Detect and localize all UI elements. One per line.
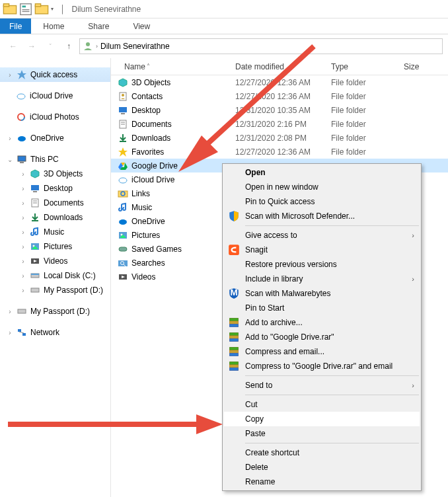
menu-item[interactable]: Rename <box>224 475 420 489</box>
menu-item[interactable]: Add to "Google Drive.rar" <box>224 330 420 344</box>
nav-forward-button[interactable]: → <box>24 38 40 54</box>
menu-item[interactable]: Create shortcut <box>224 445 420 460</box>
sidebar-pc-item[interactable]: ›Pictures <box>0 239 110 254</box>
sidebar-my-passport[interactable]: › My Passport (D:) <box>0 304 110 319</box>
quick-access-toolbar: ▾ <box>3 2 54 17</box>
tab-share[interactable]: Share <box>76 19 121 34</box>
file-date: 12/27/2020 12:36 AM <box>230 92 326 101</box>
svg-marker-16 <box>31 170 39 178</box>
menu-item[interactable]: Open in new window <box>224 180 420 194</box>
menu-item[interactable]: Send to› <box>224 378 420 393</box>
sidebar-onedrive[interactable]: › OneDrive <box>0 131 110 145</box>
tree-arrow-icon[interactable]: › <box>7 308 13 315</box>
sidebar-pc-item[interactable]: ›Downloads <box>0 210 110 225</box>
tree-arrow-icon[interactable]: › <box>20 200 26 207</box>
tree-arrow-icon[interactable]: › <box>7 329 13 336</box>
tree-arrow-icon[interactable]: › <box>20 287 26 294</box>
file-row[interactable]: Contacts12/27/2020 12:36 AMFile folder <box>111 89 448 103</box>
tree-arrow-icon[interactable]: › <box>20 243 26 250</box>
sidebar-icloud-photos[interactable]: iCloud Photos <box>0 110 110 124</box>
file-row[interactable]: Documents12/31/2020 2:16 PMFile folder <box>111 117 448 131</box>
menu-item-label: Open in new window <box>245 182 318 192</box>
svg-rect-7 <box>35 3 40 6</box>
file-name: Downloads <box>131 134 170 143</box>
tree-arrow-icon[interactable]: › <box>7 71 13 79</box>
svg-rect-5 <box>22 11 30 11</box>
menu-item[interactable]: MScan with Malwarebytes <box>224 286 420 301</box>
sidebar-quick-access[interactable]: › Quick access <box>0 67 110 82</box>
sidebar-network[interactable]: › Network <box>0 325 110 340</box>
menu-item[interactable]: Scan with Microsoft Defender... <box>224 209 420 223</box>
tree-arrow-icon[interactable]: › <box>20 272 26 280</box>
tree-arrow-icon[interactable]: › <box>7 135 13 142</box>
sidebar-pc-item[interactable]: ›Desktop <box>0 181 110 196</box>
menu-item[interactable]: Restore previous versions <box>224 257 420 272</box>
svg-rect-32 <box>18 329 21 332</box>
qat-file-explorer-icon[interactable] <box>3 2 17 17</box>
breadcrumb-current[interactable]: Dilum Senevirathne <box>100 42 170 51</box>
nav-recent-dropdown[interactable]: ˅ <box>42 38 58 54</box>
menu-item[interactable]: Delete <box>224 460 420 475</box>
qat-properties-icon[interactable] <box>19 2 33 17</box>
qat-new-folder-icon[interactable] <box>34 2 49 17</box>
nav-back-button[interactable]: ← <box>5 38 21 54</box>
tree-arrow-icon[interactable]: ⌄ <box>7 156 13 163</box>
sidebar-pc-item[interactable]: ›Local Disk (C:) <box>0 268 110 283</box>
file-icon <box>118 77 128 88</box>
file-row[interactable]: Favorites12/27/2020 12:36 AMFile folder <box>111 145 448 159</box>
sidebar-item-label: Pictures <box>44 242 72 251</box>
sidebar-pc-item[interactable]: ›My Passport (D:) <box>0 283 110 297</box>
svg-point-10 <box>17 94 25 99</box>
sidebar-item-label: Desktop <box>44 184 73 193</box>
menu-item-label: Create shortcut <box>245 448 299 457</box>
tab-home[interactable]: Home <box>31 19 76 34</box>
menu-item[interactable]: Pin to Quick access <box>224 194 420 209</box>
sidebar-this-pc[interactable]: ⌄ This PC <box>0 152 110 167</box>
sidebar-icloud-drive[interactable]: iCloud Drive <box>0 89 110 103</box>
menu-item[interactable]: Copy <box>224 412 420 426</box>
file-row[interactable]: 3D Objects12/27/2020 12:36 AMFile folder <box>111 75 448 89</box>
sidebar-pc-item[interactable]: ›Videos <box>0 254 110 268</box>
svg-marker-44 <box>118 147 128 157</box>
menu-item-label: Cut <box>245 400 258 409</box>
tree-arrow-icon[interactable]: › <box>20 258 26 265</box>
tab-view[interactable]: View <box>121 19 162 34</box>
column-type[interactable]: Type <box>326 62 398 71</box>
file-name: Music <box>131 203 152 212</box>
file-row[interactable]: Downloads12/31/2020 2:08 PMFile folder <box>111 131 448 145</box>
menu-item[interactable]: Compress and email... <box>224 344 420 359</box>
column-date[interactable]: Date modified <box>230 62 326 71</box>
menu-item[interactable]: Cut <box>224 397 420 412</box>
qat-dropdown-icon[interactable]: ▾ <box>51 6 54 12</box>
menu-item[interactable]: Give access to› <box>224 228 420 243</box>
sidebar-item-label: Downloads <box>44 213 83 222</box>
sidebar-pc-item[interactable]: ›Music <box>0 225 110 239</box>
column-size[interactable]: Size <box>398 62 448 71</box>
tree-arrow-icon[interactable]: › <box>20 185 26 192</box>
svg-rect-73 <box>229 338 239 342</box>
menu-item[interactable]: Include in library› <box>224 272 420 286</box>
menu-item[interactable]: Open <box>224 165 420 180</box>
quick-access-icon <box>17 69 27 80</box>
tree-arrow-icon[interactable]: › <box>20 171 26 178</box>
submenu-arrow-icon: › <box>412 381 414 389</box>
sidebar-pc-item[interactable]: ›3D Objects <box>0 167 110 181</box>
file-icon <box>118 119 128 130</box>
menu-item-label: Copy <box>245 414 264 424</box>
menu-item[interactable]: Pin to Start <box>224 301 420 315</box>
menu-item-label: Compress and email... <box>245 347 324 356</box>
file-tab[interactable]: File <box>0 19 31 34</box>
file-row[interactable]: Desktop12/31/2020 10:35 AMFile folder <box>111 103 448 117</box>
menu-item-label: Rename <box>245 477 275 486</box>
menu-separator <box>245 375 419 376</box>
menu-item[interactable]: Compress to "Google Drive.rar" and email <box>224 359 420 373</box>
breadcrumb[interactable]: › Dilum Senevirathne <box>79 38 443 54</box>
tree-arrow-icon[interactable]: › <box>20 214 26 221</box>
tree-arrow-icon[interactable]: › <box>20 229 26 236</box>
menu-item[interactable]: Add to archive... <box>224 315 420 330</box>
sidebar-pc-item[interactable]: ›Documents <box>0 196 110 210</box>
column-name[interactable]: Name˄ <box>111 62 230 71</box>
menu-item[interactable]: Snagit <box>224 243 420 257</box>
menu-item[interactable]: Paste <box>224 426 420 441</box>
nav-up-button[interactable]: ↑ <box>61 38 77 54</box>
